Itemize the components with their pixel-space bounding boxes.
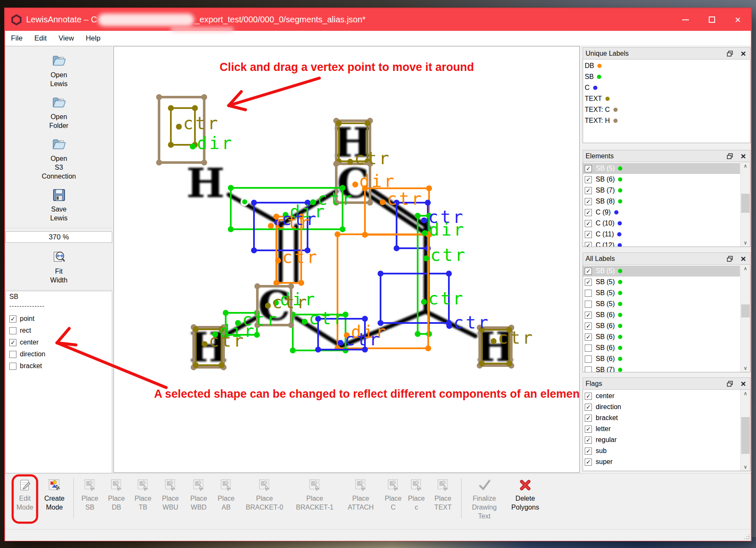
scroll-up-arrow[interactable]: ∧ bbox=[741, 390, 750, 397]
vertex-point[interactable] bbox=[362, 316, 368, 322]
create-mode-button[interactable]: CreateMode bbox=[40, 478, 69, 512]
unique-label-row[interactable]: TEXT: H bbox=[583, 115, 750, 126]
row-checkbox[interactable] bbox=[585, 301, 592, 308]
vertex-point[interactable] bbox=[394, 245, 400, 251]
vertex-point[interactable] bbox=[201, 94, 207, 100]
element-row[interactable]: ✓SB (6) bbox=[583, 174, 740, 185]
checkbox-rect[interactable] bbox=[9, 327, 16, 334]
vertex-point[interactable] bbox=[193, 326, 199, 332]
vertex-point[interactable] bbox=[506, 361, 512, 366]
row-checkbox[interactable]: ✓ bbox=[585, 458, 592, 466]
float-panel-icon[interactable] bbox=[727, 381, 733, 387]
flag-row[interactable]: ✓letter bbox=[583, 423, 740, 434]
unique-label-row[interactable]: DB bbox=[583, 60, 750, 71]
row-checkbox[interactable] bbox=[585, 290, 592, 297]
annotation-canvas-svg[interactable]: HHCCHHctrdirctrdirctrdirctrctrctrctrctrd… bbox=[114, 46, 579, 472]
scroll-down-arrow[interactable]: ∨ bbox=[741, 239, 750, 247]
all-labels-header[interactable]: All Labels× bbox=[583, 252, 751, 265]
vertex-point[interactable] bbox=[193, 362, 199, 368]
shape-option-point[interactable]: ✓point bbox=[9, 313, 108, 325]
checkbox-direction[interactable] bbox=[9, 351, 16, 358]
vertex-point[interactable] bbox=[364, 120, 370, 126]
save-lewis-button[interactable]: SaveLewis bbox=[5, 187, 112, 222]
scroll-down-arrow[interactable]: ∨ bbox=[741, 364, 750, 372]
close-panel-icon[interactable]: × bbox=[741, 379, 746, 388]
element-row[interactable]: ✓C (10) bbox=[583, 218, 740, 229]
label-row[interactable]: ✓SB (6) bbox=[583, 320, 740, 331]
vertex-point[interactable] bbox=[228, 185, 234, 191]
vertex-point[interactable] bbox=[273, 280, 279, 286]
row-checkbox[interactable]: ✓ bbox=[585, 176, 592, 183]
unique-label-row[interactable]: SB bbox=[583, 71, 750, 82]
row-checkbox[interactable]: ✓ bbox=[585, 242, 592, 247]
menu-help[interactable]: Help bbox=[86, 34, 100, 43]
float-panel-icon[interactable] bbox=[727, 51, 733, 57]
scrollbar[interactable]: ∧∨ bbox=[740, 162, 750, 247]
flag-row[interactable]: ✓bracket bbox=[583, 412, 740, 423]
close-panel-icon[interactable]: × bbox=[741, 49, 746, 58]
vertex-point[interactable] bbox=[251, 200, 257, 206]
scroll-track[interactable] bbox=[741, 397, 750, 463]
flag-row[interactable]: ✓center bbox=[583, 391, 740, 402]
row-checkbox[interactable]: ✓ bbox=[585, 209, 592, 216]
element-row[interactable]: ✓SB (7) bbox=[583, 185, 740, 196]
scroll-thumb[interactable] bbox=[741, 304, 750, 317]
row-checkbox[interactable]: ✓ bbox=[585, 198, 592, 205]
shape-option-rect[interactable]: rect bbox=[9, 325, 108, 336]
row-checkbox[interactable]: ✓ bbox=[585, 415, 592, 422]
vertex-point[interactable] bbox=[251, 247, 257, 253]
row-checkbox[interactable]: ✓ bbox=[585, 323, 592, 330]
scrollbar[interactable]: ∧∨ bbox=[740, 390, 750, 471]
row-checkbox[interactable] bbox=[585, 366, 592, 372]
flag-row[interactable]: ✓direction bbox=[583, 402, 740, 412]
flags-header[interactable]: Flags× bbox=[583, 377, 751, 390]
vertex-point[interactable] bbox=[228, 226, 234, 232]
elements-header[interactable]: Elements× bbox=[583, 150, 751, 162]
finalize-drawing-text-button[interactable]: FinalizeDrawingText bbox=[466, 478, 503, 521]
unique-label-row[interactable]: C bbox=[583, 82, 750, 93]
vertex-point[interactable] bbox=[168, 105, 174, 111]
vertex-point[interactable] bbox=[156, 94, 162, 100]
maximize-button[interactable] bbox=[699, 8, 725, 31]
row-checkbox[interactable] bbox=[585, 355, 592, 363]
scroll-thumb[interactable] bbox=[741, 417, 750, 454]
vertex-point[interactable] bbox=[415, 331, 421, 337]
row-checkbox[interactable]: ✓ bbox=[585, 279, 592, 286]
title-bar[interactable]: LewisAnnotate – C _export_test/000/000_0… bbox=[5, 8, 751, 31]
vertex-point[interactable] bbox=[425, 200, 431, 206]
minimize-button[interactable] bbox=[672, 8, 699, 31]
zoom-level-field[interactable]: 370 % bbox=[5, 231, 112, 243]
vertex-point[interactable] bbox=[254, 283, 260, 289]
row-checkbox[interactable]: ✓ bbox=[585, 437, 592, 444]
vertex-point[interactable] bbox=[156, 160, 162, 165]
menu-edit[interactable]: Edit bbox=[34, 34, 46, 43]
flag-row[interactable]: ✓super bbox=[583, 456, 740, 467]
vertex-point[interactable] bbox=[290, 347, 296, 353]
vertex-point[interactable] bbox=[479, 361, 485, 366]
float-panel-icon[interactable] bbox=[727, 153, 733, 159]
vertex-point[interactable] bbox=[288, 322, 294, 328]
scroll-up-arrow[interactable]: ∧ bbox=[741, 162, 750, 170]
scroll-down-arrow[interactable]: ∨ bbox=[741, 463, 750, 471]
vertex-point[interactable] bbox=[378, 271, 383, 277]
close-panel-icon[interactable]: × bbox=[741, 254, 746, 263]
menu-file[interactable]: File bbox=[11, 34, 22, 43]
vertex-point[interactable] bbox=[336, 120, 342, 126]
place-text-button[interactable]: PlaceTEXT bbox=[429, 478, 456, 512]
delete-polygons-button[interactable]: DeletePolygons bbox=[506, 478, 545, 512]
vertex-point[interactable] bbox=[223, 310, 229, 316]
selected-vertex-point[interactable] bbox=[241, 198, 248, 205]
element-row[interactable]: ✓C (12) bbox=[583, 240, 740, 247]
place-ab-button[interactable]: PlaceAB bbox=[214, 478, 238, 512]
row-checkbox[interactable]: ✓ bbox=[585, 312, 592, 319]
open-folder-button[interactable]: OpenFolder bbox=[5, 94, 112, 130]
element-row[interactable]: ✓SB (5) bbox=[583, 163, 740, 174]
place-sb-button[interactable]: PlaceSB bbox=[78, 478, 102, 512]
resize-grip[interactable] bbox=[744, 534, 750, 540]
open-lewis-button[interactable]: OpenLewis bbox=[5, 52, 112, 88]
label-row[interactable]: ✓SB (6) bbox=[583, 331, 740, 342]
place-attach-button[interactable]: PlaceATTACH bbox=[341, 478, 380, 512]
vertex-point[interactable] bbox=[298, 280, 304, 286]
point-label-ctr[interactable]: ctr bbox=[446, 313, 490, 332]
open-s3-connection-button[interactable]: OpenS3Connection bbox=[5, 136, 112, 181]
